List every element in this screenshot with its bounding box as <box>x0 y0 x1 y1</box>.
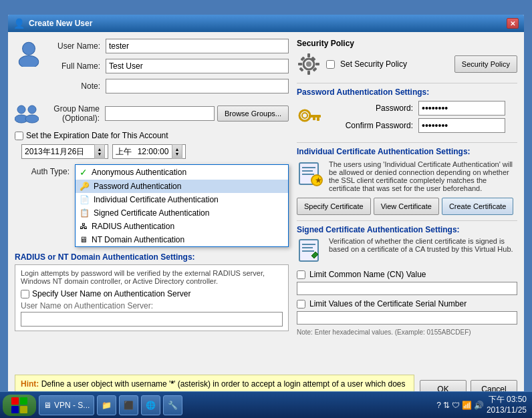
nt-icon: 🖥 <box>80 235 88 244</box>
auth-option-password[interactable]: 🔑 Password Authentication <box>76 180 288 193</box>
key-icon <box>297 106 321 130</box>
limit-cn-input[interactable] <box>297 282 517 295</box>
app-icon: 🔧 <box>168 401 178 410</box>
clock-date: 2013/11/25 <box>487 405 527 416</box>
svg-rect-9 <box>307 71 310 75</box>
server-name-input[interactable] <box>21 312 283 327</box>
set-security-label: Set Security Policy <box>340 59 407 69</box>
auth-type-dropdown[interactable]: ✓ Anonymous Authentication 🔑 Password Au… <box>75 164 289 247</box>
svg-text:★: ★ <box>315 176 322 185</box>
dialog-close-button[interactable]: ✕ <box>507 18 519 29</box>
system-tray: ? ⇅ 🛡 📶 🔊 下午 03:50 2013/11/25 <box>436 395 529 415</box>
confirm-password-input[interactable] <box>418 118 505 133</box>
svg-rect-30 <box>302 250 314 252</box>
dialog-title-icon: 👤 <box>13 18 25 29</box>
security-policy-title: Security Policy <box>297 39 517 48</box>
dialog-title-bar: 👤 Create New User ✕ <box>8 15 524 32</box>
create-certificate-button[interactable]: Create Certificate <box>442 198 514 215</box>
note-row: Note: <box>45 79 289 93</box>
password-auth-title: Password Authentication Settings: <box>297 87 517 97</box>
taskbar-item-icon: 🖥 <box>43 401 51 410</box>
svg-rect-28 <box>302 244 315 245</box>
auth-option-radius[interactable]: 🖧 RADIUS Authentication <box>76 220 288 233</box>
auth-anonymous-label: Anonymous Authentication <box>92 168 186 177</box>
svg-point-7 <box>306 61 311 67</box>
auth-radius-label: RADIUS Authentication <box>92 222 174 231</box>
auth-nt-label: NT Domain Authentication <box>92 235 184 244</box>
fullname-label: Full Name: <box>45 61 106 71</box>
auth-option-individual-cert[interactable]: 📄 Individual Certificate Authentication <box>76 193 288 206</box>
auth-type-row: Auth Type: ✓ Anonymous Authentication 🔑 … <box>15 164 289 247</box>
cert-buttons-row: Specify Certificate View Certificate Cre… <box>297 198 517 215</box>
group-field-area: Group Name (Optional): Browse Groups... <box>41 104 289 124</box>
expiration-row: Set the Expiration Date for This Account <box>15 131 289 140</box>
group-row: Group Name (Optional): Browse Groups... <box>41 104 289 124</box>
taskbar-cmd-item[interactable]: ⬛ <box>119 395 138 415</box>
svg-rect-20 <box>313 118 315 120</box>
svg-point-2 <box>17 106 25 114</box>
limit-cn-checkbox[interactable] <box>297 270 305 279</box>
signed-cert-icon <box>297 237 323 266</box>
limit-serial-checkbox[interactable] <box>297 300 305 308</box>
time-spinner[interactable]: ▲▼ <box>172 144 182 159</box>
auth-option-anonymous[interactable]: ✓ Anonymous Authentication <box>76 165 288 180</box>
specify-username-checkbox[interactable] <box>21 290 29 298</box>
tray-signal-icon[interactable]: 📶 <box>462 401 472 410</box>
view-certificate-button[interactable]: View Certificate <box>374 198 439 215</box>
expiration-checkbox[interactable] <box>15 132 23 140</box>
group-input[interactable] <box>105 106 215 121</box>
taskbar-browser-item[interactable]: 🌐 <box>141 395 160 415</box>
svg-point-16 <box>299 110 310 121</box>
confirm-password-label: Confirm Password: <box>325 121 418 130</box>
taskbar-app-item[interactable]: 🔧 <box>163 395 182 415</box>
individual-cert-title: Individual Certificate Authentication Se… <box>297 147 517 156</box>
fullname-input[interactable] <box>106 59 289 73</box>
hint-prefix: Hint: <box>21 379 41 389</box>
folder-icon: 📁 <box>102 401 112 410</box>
date-spinner[interactable]: ▲▼ <box>94 144 105 159</box>
svg-rect-24 <box>302 174 314 175</box>
group-label: Group Name (Optional): <box>41 104 105 124</box>
limit-serial-input[interactable] <box>297 311 517 325</box>
expiration-label: Set the Expiration Date for This Account <box>26 131 168 140</box>
specify-username-row: Specify User Name on Authentication Serv… <box>21 289 283 298</box>
browse-groups-button[interactable]: Browse Groups... <box>217 106 289 122</box>
tray-volume-icon[interactable]: 🔊 <box>474 401 484 410</box>
username-input[interactable] <box>106 39 289 53</box>
security-policy-section: Security Policy <box>297 39 517 76</box>
svg-rect-29 <box>302 247 313 248</box>
svg-point-3 <box>28 106 36 114</box>
limit-serial-label: Limit Values of the Certificate Serial N… <box>309 299 467 308</box>
time-input[interactable]: 上午 12:00:00 ▲▼ <box>112 144 186 159</box>
individual-cert-section: Individual Certificate Authentication Se… <box>297 147 517 215</box>
username-row: User Name: <box>45 39 289 53</box>
tray-help-icon[interactable]: ? <box>436 401 441 410</box>
svg-rect-11 <box>315 63 319 65</box>
password-input[interactable] <box>418 101 505 116</box>
specify-username-label: Specify User Name on Authentication Serv… <box>32 289 190 298</box>
individual-cert-icon: 📄 <box>80 195 90 204</box>
password-auth-section: Password Authentication Settings: <box>297 87 517 136</box>
tray-security-icon[interactable]: 🛡 <box>452 401 460 410</box>
svg-rect-19 <box>317 118 319 121</box>
auth-option-nt-domain[interactable]: 🖥 NT Domain Authentication <box>76 233 288 246</box>
taskbar-vpn-item[interactable]: 🖥 VPN - S... <box>39 395 94 415</box>
tray-network-icon[interactable]: ⇅ <box>443 401 450 410</box>
date-input[interactable]: 2013年11月26日 ▲▼ <box>21 144 108 159</box>
svg-rect-23 <box>302 170 313 172</box>
datetime-row: 2013年11月26日 ▲▼ 上午 12:00:00 ▲▼ <box>15 144 289 159</box>
password-row: Password: <box>325 101 505 116</box>
start-button[interactable] <box>3 395 36 416</box>
specify-certificate-button[interactable]: Specify Certificate <box>297 198 371 215</box>
set-security-checkbox[interactable] <box>326 60 335 69</box>
password-fields-area: Password: Confirm Password: <box>297 101 517 136</box>
user-info-section: User Name: Full Name: Note: <box>15 39 289 99</box>
security-policy-button[interactable]: Security Policy <box>454 55 517 73</box>
cmd-icon: ⬛ <box>124 401 134 410</box>
dialog-content: User Name: Full Name: Note: <box>8 32 524 373</box>
auth-option-signed-cert[interactable]: 📋 Signed Certificate Authentication <box>76 206 288 220</box>
note-input[interactable] <box>106 79 289 93</box>
taskbar-folder-item[interactable]: 📁 <box>97 395 116 415</box>
password-inputs: Password: Confirm Password: <box>325 101 505 136</box>
svg-rect-31 <box>11 397 19 405</box>
